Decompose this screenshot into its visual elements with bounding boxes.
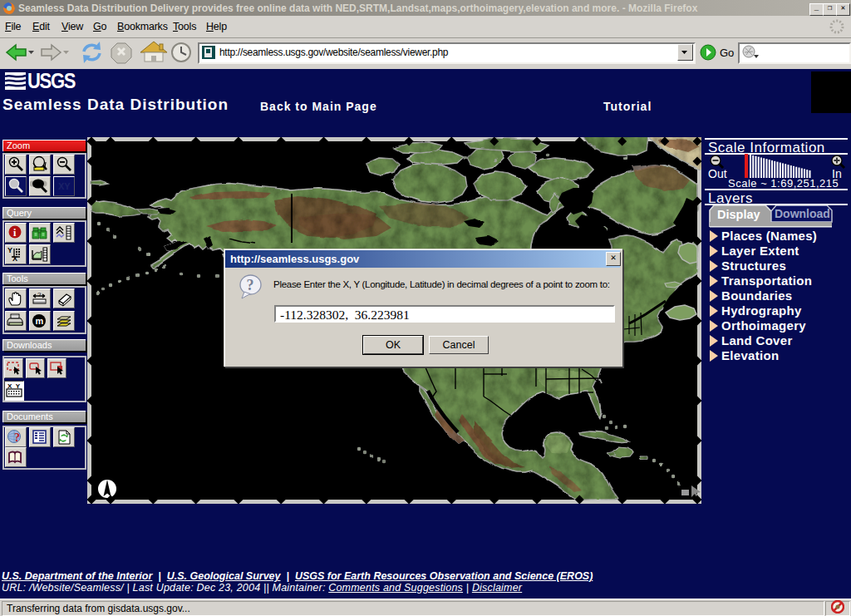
svg-text:USGS: USGS: [27, 71, 76, 91]
svg-text:?: ?: [247, 277, 254, 293]
svg-text:Download: Download: [775, 207, 830, 220]
svg-text:Y: Y: [7, 246, 12, 254]
svg-text:m: m: [36, 316, 44, 326]
svg-text:XY: XY: [58, 181, 71, 191]
svg-text:X: X: [12, 254, 17, 263]
svg-text:?: ?: [37, 291, 42, 298]
svg-text:?: ?: [14, 431, 20, 444]
svg-text:Display: Display: [717, 208, 760, 221]
